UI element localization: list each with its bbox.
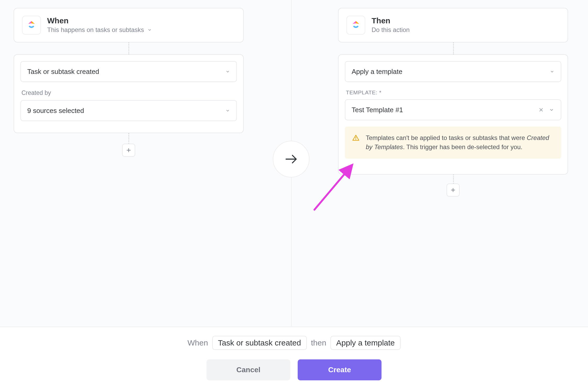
then-config-card: Apply a template TEMPLATE: * Test Templa…	[338, 54, 568, 175]
created-by-label: Created by	[21, 89, 236, 96]
summary-when-text: When	[187, 338, 208, 347]
then-header-card: Then Do this action	[338, 8, 568, 42]
when-subtitle: This happens on tasks or subtasks	[47, 26, 144, 34]
chevron-down-icon	[549, 107, 554, 112]
footer-button-row: Cancel Create	[206, 359, 382, 380]
when-header-card: When This happens on tasks or subtasks	[14, 8, 244, 42]
arrow-right-icon	[284, 152, 299, 167]
when-title: When	[47, 17, 152, 25]
then-title: Then	[372, 17, 410, 25]
trigger-select-value: Task or subtask created	[27, 68, 99, 76]
summary-action-pill: Apply a template	[330, 336, 400, 350]
create-button[interactable]: Create	[298, 359, 382, 380]
automation-canvas: When This happens on tasks or subtasks T…	[0, 0, 588, 326]
when-config-card: Task or subtask created Created by 9 sou…	[14, 54, 244, 133]
action-select-value: Apply a template	[352, 68, 402, 76]
cancel-button[interactable]: Cancel	[206, 359, 290, 380]
summary-then-text: then	[311, 338, 326, 347]
template-warning: Templates can't be applied to tasks or s…	[345, 127, 561, 159]
then-header-text: Then Do this action	[372, 17, 410, 34]
clickup-logo-icon	[350, 20, 361, 31]
automation-summary: When Task or subtask created then Apply …	[187, 336, 400, 350]
warning-text: Templates can't be applied to tasks or s…	[366, 133, 554, 152]
connector-line	[128, 133, 129, 144]
template-chevron[interactable]	[547, 105, 556, 114]
chevron-down-icon	[550, 69, 554, 74]
chevron-down-icon	[225, 108, 230, 113]
template-select-value: Test Template #1	[352, 106, 537, 114]
flow-arrow-circle	[273, 141, 309, 177]
warning-prefix: Templates can't be applied to tasks or s…	[366, 134, 527, 141]
clear-template-button[interactable]	[537, 105, 546, 114]
warning-suffix: . This trigger has been de-selected for …	[403, 143, 522, 150]
then-subtitle: Do this action	[372, 26, 410, 34]
chevron-down-icon	[147, 28, 152, 32]
created-by-value: 9 sources selected	[27, 107, 84, 115]
chevron-down-icon	[225, 69, 230, 74]
connector-line	[453, 42, 454, 54]
app-logo-box	[22, 16, 41, 35]
add-trigger-button[interactable]	[122, 144, 135, 157]
plus-icon	[450, 187, 456, 193]
footer-bar: When Task or subtask created then Apply …	[0, 327, 588, 389]
created-by-select[interactable]: 9 sources selected	[20, 100, 237, 121]
connector-line	[128, 42, 129, 54]
summary-trigger-pill: Task or subtask created	[212, 336, 307, 350]
template-select[interactable]: Test Template #1	[345, 99, 561, 120]
template-label: TEMPLATE: *	[346, 89, 560, 96]
app-logo-box	[346, 16, 365, 35]
action-select[interactable]: Apply a template	[345, 61, 561, 82]
trigger-select[interactable]: Task or subtask created	[20, 61, 237, 82]
close-icon	[538, 107, 544, 112]
plus-icon	[126, 147, 132, 153]
svg-point-3	[355, 139, 356, 140]
clickup-logo-icon	[26, 20, 37, 31]
warning-icon	[352, 134, 360, 142]
add-action-button[interactable]	[447, 183, 460, 197]
when-subtitle-row[interactable]: This happens on tasks or subtasks	[47, 26, 152, 34]
connector-line	[453, 175, 454, 184]
when-header-text: When This happens on tasks or subtasks	[47, 17, 152, 34]
